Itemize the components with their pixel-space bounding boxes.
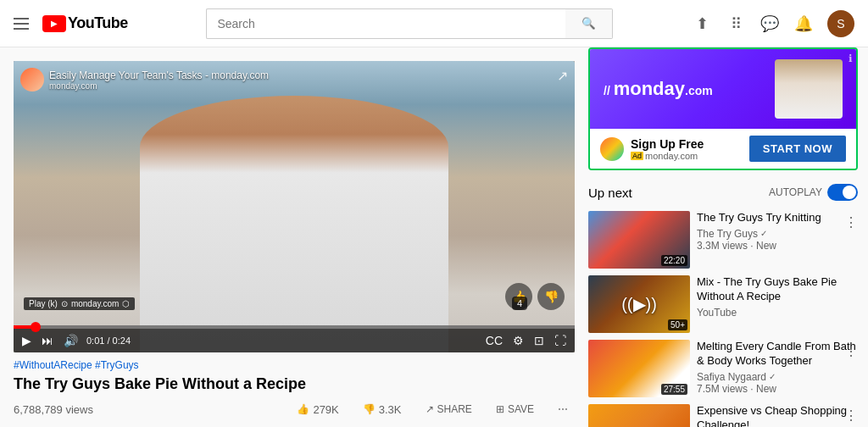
ad-left: Sign Up Free Ad monday.com [600, 137, 704, 161]
card-channel-1: The Try Guys ✓ [697, 228, 858, 240]
overlay-channel: monday.com [49, 81, 269, 91]
ad-sign-up: Sign Up Free [631, 137, 704, 151]
total-time: 0:24 [113, 336, 131, 346]
playlist-icon-2: ((▶)) [621, 294, 657, 314]
monday-logo: // monday.com [604, 78, 713, 100]
ad-info-icon[interactable]: ℹ [849, 53, 853, 64]
duration-2: 50+ [668, 319, 687, 330]
more-button[interactable]: ⋯ [551, 400, 575, 419]
video-stats-row: 6,788,789 views 👍 279K 👎 3.3K ↗ SHARE ⊞ … [14, 400, 575, 419]
card-title-4: Expensive vs Cheap Shopping Challenge! [697, 404, 858, 427]
channel-name-1: The Try Guys [697, 228, 758, 240]
verified-icon-3: ✓ [769, 372, 776, 381]
card-title-1: The Try Guys Try Knitting [697, 211, 858, 225]
search-input[interactable] [206, 8, 565, 39]
video-top-right: ↗ [557, 68, 568, 84]
share-label: SHARE [437, 403, 472, 415]
autoplay-label: AUTOPLAY [769, 186, 822, 198]
ad-person-bg [775, 59, 843, 119]
search-area: 🔍 [128, 8, 692, 39]
share-arrow-icon: ↗ [426, 403, 434, 415]
share-button[interactable]: ↗ SHARE [419, 400, 479, 419]
chat-icon[interactable]: 💬 [760, 14, 780, 34]
play-circle-icon: ⊙ [61, 299, 68, 308]
thumbnail-3: 27:55 [588, 340, 690, 397]
controls-right: CC ⚙ ⊡ ⛶ [484, 332, 568, 349]
ad-domain: Ad monday.com [631, 151, 704, 161]
video-info: #WithoutARecipe #TryGuys The Try Guys Ba… [14, 359, 575, 419]
card-info-4: Expensive vs Cheap Shopping Challenge! [697, 404, 858, 427]
header-right: ⬆ ⠿ 💬 🔔 S [692, 10, 854, 37]
time-display: 0:01 / 0:24 [86, 336, 131, 346]
view-count: 6,788,789 views [14, 403, 93, 416]
video-card-1[interactable]: 22:20 The Try Guys Try Knitting The Try … [588, 211, 858, 269]
video-card-3[interactable]: 27:55 Melting Every Candle From Bath & B… [588, 340, 858, 397]
current-time: 0:01 [86, 336, 104, 346]
header: YouTube 🔍 ⬆ ⠿ 💬 🔔 S [0, 0, 868, 47]
search-button[interactable]: 🔍 [565, 8, 613, 39]
like-count: 279K [313, 403, 338, 416]
ad-domain-text: monday.com [645, 151, 698, 161]
settings-button[interactable]: ⚙ [511, 332, 526, 349]
video-tags[interactable]: #WithoutARecipe #TryGuys [14, 359, 575, 371]
autoplay-toggle[interactable] [827, 184, 858, 201]
youtube-logo[interactable]: YouTube [42, 14, 128, 32]
play-text: Play (k) [29, 299, 58, 308]
video-controls: ▶ ⏭ 🔊 0:01 / 0:24 CC ⚙ ⊡ ⛶ [14, 325, 575, 352]
user-avatar[interactable]: S [827, 10, 854, 37]
progress-bar[interactable] [14, 325, 575, 329]
card-info-3: Melting Every Candle From Bath & Body Wo… [697, 340, 858, 397]
cc-button[interactable]: CC [484, 332, 504, 349]
thumbnail-2: ((▶)) 50+ [588, 275, 690, 333]
play-button[interactable]: ▶ [20, 332, 33, 349]
upload-icon[interactable]: ⬆ [692, 14, 712, 34]
bell-icon[interactable]: 🔔 [793, 14, 814, 34]
autoplay-section: AUTOPLAY [769, 184, 858, 201]
progress-dot [31, 322, 41, 332]
duration-1: 22:20 [661, 255, 687, 266]
dislike-count: 3.3K [379, 403, 402, 416]
save-button[interactable]: ⊞ SAVE [489, 400, 541, 419]
card-channel-2: YouTube [697, 307, 858, 319]
up-next-header: Up next AUTOPLAY [588, 180, 858, 204]
start-now-button[interactable]: START NOW [749, 136, 846, 162]
card-more-4[interactable]: ⋮ [844, 408, 858, 424]
card-meta-1: 3.3M views · New [697, 240, 858, 252]
card-channel-3: Safiya Nygaard ✓ [697, 371, 858, 383]
hamburger-menu[interactable] [14, 18, 29, 30]
volume-button[interactable]: 🔊 [62, 332, 80, 349]
like-button[interactable]: 👍 279K [290, 400, 345, 419]
youtube-text: YouTube [68, 14, 128, 32]
thumbnail-1: 22:20 [588, 211, 690, 269]
like-icon: 👍 [297, 403, 309, 415]
ad-container: // monday.com ℹ Sign Up Free Ad [588, 47, 858, 170]
sidebar: // monday.com ℹ Sign Up Free Ad [588, 47, 868, 427]
ad-badge: Ad [631, 152, 643, 160]
dislike-overlay-btn[interactable]: 👎 [537, 283, 565, 310]
ad-banner: // monday.com ℹ [590, 49, 856, 129]
youtube-icon [42, 15, 66, 32]
search-form: 🔍 [206, 8, 613, 39]
card-title-2: Mix - The Try Guys Bake Pie Without A Re… [697, 275, 858, 304]
video-card-4[interactable]: Expensive vs Cheap Shopping Challenge! ⋮ [588, 404, 858, 427]
person-silhouette [140, 96, 448, 352]
thumbnail-4 [588, 404, 690, 427]
duration-3: 27:55 [661, 384, 687, 395]
miniplayer-button[interactable]: ⊡ [532, 332, 546, 349]
ad-person-image [775, 59, 843, 119]
dislike-button[interactable]: 👎 3.3K [356, 400, 409, 419]
video-share-icon[interactable]: ↗ [557, 68, 568, 84]
card-more-3[interactable]: ⋮ [844, 343, 858, 359]
video-card-2[interactable]: ((▶)) 50+ Mix - The Try Guys Bake Pie Wi… [588, 275, 858, 333]
fullscreen-button[interactable]: ⛶ [553, 332, 568, 349]
video-overlay-info: Easily Manage Your Team's Tasks - monday… [20, 68, 269, 92]
card-title-3: Melting Every Candle From Bath & Body Wo… [697, 340, 858, 369]
card-more-1[interactable]: ⋮ [844, 214, 858, 230]
playlist-badge: 4 [512, 297, 527, 310]
next-button[interactable]: ⏭ [40, 332, 55, 349]
controls-row: ▶ ⏭ 🔊 0:01 / 0:24 CC ⚙ ⊡ ⛶ [14, 329, 575, 352]
more-icon: ⋯ [558, 403, 568, 415]
video-player[interactable]: Easily Manage Your Team's Tasks - monday… [14, 61, 575, 352]
sidebar-content: // monday.com ℹ Sign Up Free Ad [588, 47, 858, 427]
apps-icon[interactable]: ⠿ [726, 14, 746, 34]
